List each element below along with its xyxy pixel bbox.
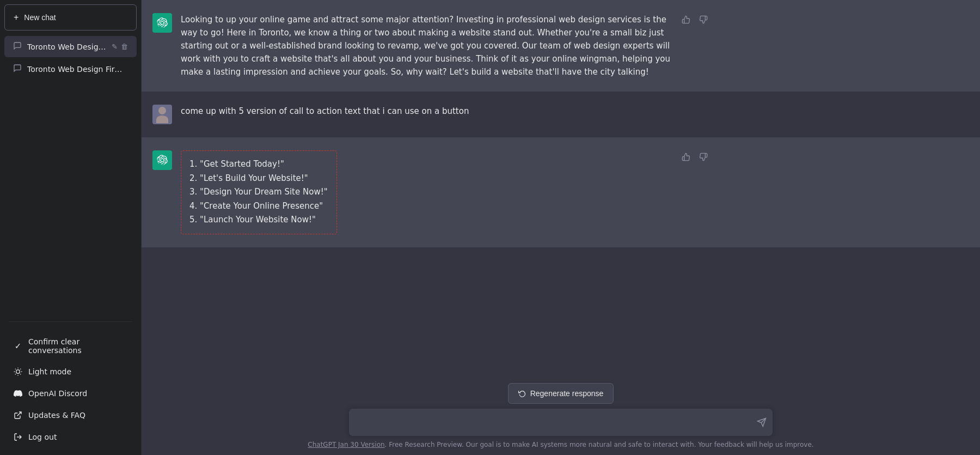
svg-point-0 — [16, 370, 20, 374]
delete-icon[interactable]: 🗑 — [121, 43, 128, 51]
confirm-clear-label: Confirm clear conversations — [28, 337, 128, 355]
chat-item-label-2: Toronto Web Design Firm CTA — [27, 65, 128, 74]
chat-item-label-1: Toronto Web Design S — [27, 43, 106, 51]
sidebar: + New chat Toronto Web Design S ✎ 🗑 — [0, 0, 142, 455]
thumbs-down-button-3[interactable] — [697, 151, 710, 165]
edit-icon[interactable]: ✎ — [112, 43, 118, 51]
footer-link[interactable]: ChatGPT Jan 30 Version — [308, 441, 384, 448]
message-feedback-1 — [679, 13, 710, 27]
plus-icon: + — [14, 13, 19, 22]
chat-input[interactable] — [348, 408, 773, 436]
sidebar-item-confirm-clear[interactable]: ✓ Confirm clear conversations — [4, 332, 137, 360]
list-item-5: "Launch Your Website Now!" — [200, 213, 328, 227]
footer-text: ChatGPT Jan 30 Version. Free Research Pr… — [308, 441, 813, 451]
sidebar-item-discord[interactable]: OpenAI Discord — [4, 383, 137, 404]
sidebar-item-logout[interactable]: Log out — [4, 427, 137, 447]
sidebar-bottom: ✓ Confirm clear conversations Light mode — [0, 326, 141, 455]
regenerate-icon — [518, 390, 526, 397]
message-row-3: "Get Started Today!" "Let's Build Your W… — [142, 137, 980, 247]
thumbs-up-button-3[interactable] — [679, 151, 693, 165]
send-button[interactable] — [757, 417, 767, 427]
input-area — [348, 408, 773, 436]
chat-list: Toronto Web Design S ✎ 🗑 Toronto Web Des… — [0, 33, 141, 317]
message-feedback-3 — [679, 150, 710, 165]
message-row-1: Looking to up your online game and attra… — [142, 0, 980, 92]
new-chat-button[interactable]: + New chat — [4, 4, 137, 31]
message-row-2: come up with 5 version of call to action… — [142, 92, 980, 137]
external-link-icon — [13, 410, 23, 420]
logout-label: Log out — [28, 433, 57, 441]
regenerate-label: Regenerate response — [530, 389, 604, 398]
thumbs-up-button-1[interactable] — [679, 14, 693, 27]
svg-line-3 — [15, 369, 16, 369]
gpt-avatar-3 — [152, 150, 172, 170]
messages-area: Looking to up your online game and attra… — [142, 0, 980, 377]
svg-line-7 — [15, 374, 16, 374]
check-icon: ✓ — [13, 341, 23, 351]
logout-icon — [13, 432, 23, 442]
gpt-avatar-1 — [152, 13, 172, 33]
discord-icon — [13, 389, 23, 398]
sidebar-item-chat-2[interactable]: Toronto Web Design Firm CTA — [4, 58, 137, 80]
response-list: "Get Started Today!" "Let's Build Your W… — [181, 150, 337, 234]
sidebar-item-light-mode[interactable]: Light mode — [4, 361, 137, 382]
svg-line-4 — [20, 374, 21, 374]
sidebar-divider — [9, 321, 132, 322]
message-text-2: come up with 5 version of call to action… — [181, 105, 671, 118]
new-chat-label: New chat — [24, 13, 56, 22]
list-item-4: "Create Your Online Presence" — [200, 199, 328, 214]
chat-1-actions: ✎ 🗑 — [112, 43, 128, 51]
regenerate-button[interactable]: Regenerate response — [508, 383, 614, 404]
list-item-1: "Get Started Today!" — [200, 157, 328, 172]
svg-line-9 — [17, 412, 21, 416]
discord-label: OpenAI Discord — [28, 389, 87, 398]
send-icon — [757, 417, 767, 427]
message-text-3: "Get Started Today!" "Let's Build Your W… — [181, 150, 671, 234]
thumbs-down-button-1[interactable] — [697, 14, 710, 27]
sidebar-item-chat-1[interactable]: Toronto Web Design S ✎ 🗑 — [4, 36, 137, 57]
sidebar-item-updates[interactable]: Updates & FAQ — [4, 405, 137, 426]
chat-icon-2 — [13, 64, 22, 74]
main-content: Looking to up your online game and attra… — [142, 0, 980, 455]
user-avatar-2 — [152, 105, 172, 124]
light-mode-label: Light mode — [28, 367, 71, 376]
chat-icon — [13, 41, 22, 52]
message-text-1: Looking to up your online game and attra… — [181, 13, 671, 78]
bottom-area: Regenerate response ChatGPT Jan 30 Versi… — [142, 377, 980, 455]
sun-icon — [13, 367, 23, 377]
list-item-2: "Let's Build Your Website!" — [200, 172, 328, 186]
svg-line-8 — [20, 369, 21, 369]
list-item-3: "Design Your Dream Site Now!" — [200, 185, 328, 199]
updates-label: Updates & FAQ — [28, 411, 85, 420]
